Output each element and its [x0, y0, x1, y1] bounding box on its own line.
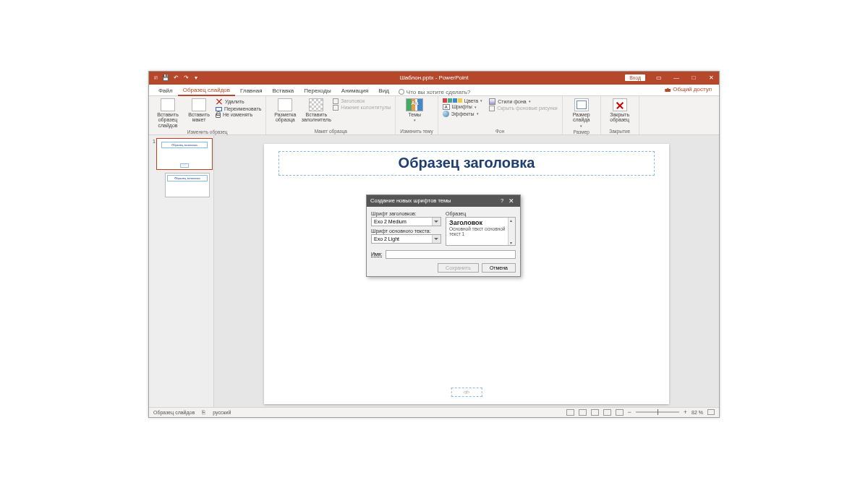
master-thumbnail[interactable]: 1 Образец заголовка ‹#› — [152, 138, 210, 170]
close-window-button[interactable]: ✕ — [703, 72, 719, 85]
title-placeholder[interactable]: Образец заголовка — [278, 151, 655, 176]
normal-view-button[interactable] — [579, 409, 587, 416]
undo-icon[interactable]: ↶ — [172, 74, 179, 82]
hide-bg-graphics-checkbox[interactable]: Скрыть фоновые рисунки — [489, 106, 557, 111]
footers-checkbox: Нижние колонтитулы — [333, 105, 391, 111]
thumbnail-pane[interactable]: 1 Образец заголовка ‹#› Образец заголовк… — [149, 135, 214, 407]
tell-me-label: Что вы хотите сделать? — [407, 89, 470, 95]
dialog-titlebar[interactable]: Создание новых шрифтов темы ? ✕ — [367, 195, 520, 207]
share-button[interactable]: Общий доступ — [662, 85, 715, 94]
colors-icon — [443, 98, 462, 103]
window-title: Шаблон.pptx - PowerPoint — [400, 74, 469, 81]
insert-placeholder-label: Вставить заполнитель — [302, 112, 331, 123]
tab-file[interactable]: Файл — [153, 86, 178, 95]
close-master-button[interactable]: Закрыть образец — [605, 98, 634, 123]
group-size-label: Размер — [567, 129, 596, 134]
sorter-view-button[interactable] — [591, 409, 599, 416]
cancel-button[interactable]: Отмена — [482, 263, 516, 273]
heading-font-combo[interactable]: Exo 2 Medium — [371, 217, 441, 226]
notes-button[interactable] — [566, 409, 574, 416]
heading-font-label: Шрифт заголовков: — [371, 211, 441, 216]
bg-styles-icon — [489, 98, 495, 105]
delete-button[interactable]: Удалить — [216, 98, 261, 106]
ribbon-tabs: Файл Образец слайдов Главная Вставка Пер… — [149, 85, 719, 96]
colors-button[interactable]: Цвета ▾ — [443, 98, 483, 103]
tab-view[interactable]: Вид — [373, 86, 393, 95]
close-master-icon — [613, 98, 627, 111]
slideshow-view-button[interactable] — [616, 409, 624, 416]
dialog-help-button[interactable]: ? — [498, 197, 506, 204]
save-icon[interactable]: 💾 — [162, 74, 169, 82]
redo-icon[interactable]: ↷ — [182, 74, 190, 82]
rename-button[interactable]: Переименовать — [216, 106, 261, 111]
insert-layout-button[interactable]: Вставить макет — [184, 98, 213, 123]
sample-label: Образец — [446, 211, 516, 216]
page-number-placeholder[interactable]: ‹#› — [451, 388, 482, 397]
zoom-level[interactable]: 82 % — [692, 410, 703, 415]
group-edit-theme-label: Изменить тему — [400, 128, 433, 134]
tell-me-search[interactable]: Что вы хотите сделать? — [394, 89, 475, 95]
thumbnail-number: 1 — [153, 139, 156, 144]
bg-styles-label: Стили фона — [498, 99, 527, 104]
delete-icon — [216, 98, 223, 106]
slide-size-icon — [574, 98, 589, 111]
titlebar: ⎚ 💾 ↶ ↷ ▾ Шаблон.pptx - PowerPoint Вход … — [149, 72, 719, 85]
tab-animations[interactable]: Анимация — [336, 86, 374, 95]
dialog-title: Создание новых шрифтов темы — [370, 197, 498, 204]
zoom-out-button[interactable]: − — [628, 408, 631, 416]
tab-home[interactable]: Главная — [235, 86, 267, 95]
sample-scrollbar[interactable] — [508, 218, 515, 245]
insert-layout-label: Вставить макет — [184, 112, 213, 123]
delete-label: Удалить — [225, 99, 244, 104]
slide-size-button[interactable]: Размер слайда▾ — [567, 98, 596, 129]
footers-checkbox-label: Нижние колонтитулы — [341, 105, 391, 110]
group-edit-master-label: Изменить образец — [153, 129, 261, 134]
minimize-button[interactable]: — — [668, 72, 684, 85]
sample-heading: Заголовок — [449, 219, 512, 226]
zoom-in-button[interactable]: + — [684, 408, 687, 416]
slide-size-label: Размер слайда▾ — [567, 112, 596, 129]
save-button[interactable]: Сохранить — [438, 263, 479, 273]
maximize-button[interactable]: □ — [686, 72, 702, 85]
lock-icon — [216, 114, 221, 118]
status-language[interactable]: русский — [213, 410, 231, 415]
reading-view-button[interactable] — [603, 409, 611, 416]
tab-transitions[interactable]: Переходы — [299, 86, 336, 95]
autosave-toggle-icon[interactable]: ⎚ — [152, 74, 159, 82]
sample-body: Основной текст основной текст 1 — [449, 226, 512, 236]
fonts-icon: A — [443, 104, 450, 110]
dialog-close-button[interactable]: ✕ — [506, 197, 516, 205]
ribbon-options-icon[interactable]: ▭ — [651, 72, 667, 85]
spellcheck-icon[interactable]: ⎘ — [202, 409, 205, 416]
name-input[interactable] — [386, 250, 516, 259]
name-label: Имя: — [371, 252, 383, 257]
zoom-slider[interactable] — [636, 411, 679, 413]
fit-to-window-button[interactable] — [707, 409, 715, 415]
themes-icon — [406, 98, 423, 111]
placeholder-icon — [309, 98, 323, 111]
fonts-button[interactable]: A Шрифты ▾ — [443, 104, 483, 110]
effects-button[interactable]: Эффекты ▾ — [443, 111, 483, 117]
insert-placeholder-button[interactable]: Вставить заполнитель — [302, 98, 331, 123]
status-mode: Образец слайдов — [153, 410, 195, 415]
tab-insert[interactable]: Вставка — [268, 86, 299, 95]
thumb-pagenum-placeholder: ‹#› — [180, 163, 189, 168]
bg-styles-button[interactable]: Стили фона ▾ — [489, 98, 557, 105]
signin-button[interactable]: Вход — [625, 74, 645, 81]
insert-slide-master-label: Вставить образец слайдов — [153, 112, 182, 129]
master-layout-button[interactable]: Разметка образца — [271, 98, 299, 123]
qat-dropdown-icon[interactable]: ▾ — [192, 74, 200, 82]
tab-slide-master[interactable]: Образец слайдов — [178, 85, 235, 96]
insert-slide-master-button[interactable]: Вставить образец слайдов — [153, 98, 182, 129]
create-theme-fonts-dialog: Создание новых шрифтов темы ? ✕ Шрифт за… — [366, 194, 521, 277]
group-edit-theme: Темы▾ Изменить тему — [396, 96, 438, 134]
layout-thumbnail[interactable]: Образец заголовка — [165, 173, 210, 197]
body-font-combo[interactable]: Exo 2 Light — [371, 234, 441, 244]
themes-button[interactable]: Темы▾ — [400, 98, 429, 123]
group-close: Закрыть образец Закрытие — [601, 96, 639, 134]
app-window: ⎚ 💾 ↶ ↷ ▾ Шаблон.pptx - PowerPoint Вход … — [148, 71, 720, 418]
preserve-button[interactable]: Не изменять — [216, 112, 261, 118]
thumb-title-placeholder: Образец заголовка — [161, 142, 208, 148]
checkbox-icon — [333, 98, 339, 104]
layout-icon — [192, 98, 206, 111]
